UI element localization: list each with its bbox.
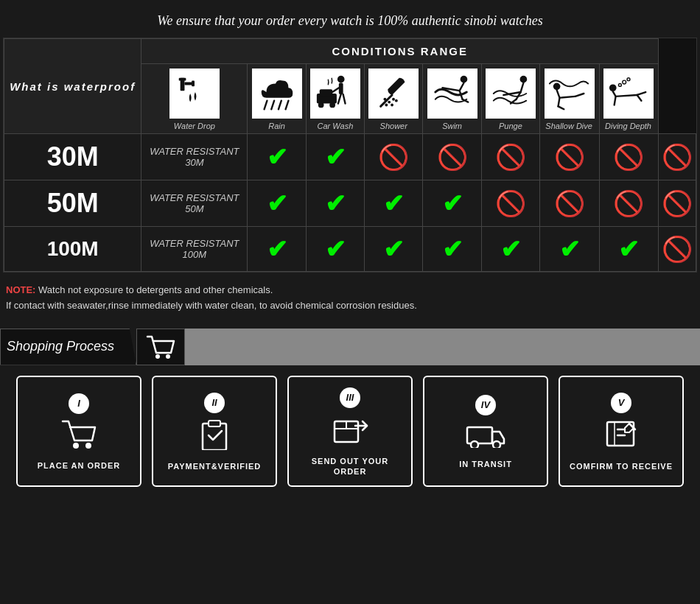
conditions-range-row: What is waterproof CONDITIONS RANGE [4,39,696,64]
svg-line-12 [343,94,346,104]
icon-diving-depth: Diving Depth [599,64,658,134]
shower-label: Shower [368,122,419,130]
step5-roman: V [611,393,631,413]
punge-label: Punge [485,122,536,130]
svg-line-5 [271,101,274,110]
step2-label: PAYMENT&VERIFIED [168,461,262,471]
icon-shallow-dive: Shallow Dive [540,64,599,134]
icon-punge: Punge [481,64,539,134]
shallow-dive-label: Shallow Dive [543,122,595,130]
step4-roman: IV [475,395,496,415]
diving-depth-label: Diving Depth [603,122,654,130]
svg-line-39 [615,96,616,105]
svg-line-10 [332,88,339,92]
step3-roman: III [340,387,360,408]
note-text: Watch not exposure to detergents and oth… [35,284,273,295]
svg-line-4 [264,101,267,110]
svg-point-23 [395,99,398,102]
step5-confirm-icon [603,418,640,457]
shopping-title-box: Shopping Process [0,329,136,365]
30m-shower: 🚫 [423,134,481,180]
svg-rect-14 [320,89,332,96]
svg-point-46 [85,443,91,449]
step1-cart-icon [61,418,97,456]
50m-car-wash: ✔ [365,180,423,227]
svg-point-41 [623,80,626,84]
level-100m: 100M [4,227,141,272]
svg-point-54 [471,441,478,448]
note-label: NOTE: [6,284,35,295]
50m-shallow-dive: 🚫 [599,180,658,227]
shopping-bar-divider [185,329,700,365]
desc-50m: WATER RESISTANT 50M [141,180,248,227]
step2-roman: II [204,393,225,413]
what-is-waterproof-cell: What is waterproof [4,39,141,134]
svg-rect-47 [203,424,226,450]
svg-point-18 [384,98,387,101]
step4-label: IN TRANSIT [459,459,512,469]
30m-swim: 🚫 [481,134,539,180]
30m-water-drop: ✔ [248,134,306,180]
50m-shower: ✔ [423,180,481,227]
svg-point-19 [388,101,391,104]
diving-depth-icon-box [603,69,654,119]
svg-point-20 [392,98,395,101]
step1-roman: I [69,393,89,414]
row-30m: 30M WATER RESISTANT 30M ✔ ✔ 🚫 🚫 🚫 🚫 🚫 🚫 [4,134,696,180]
level-30m: 30M [4,134,141,180]
note-section: NOTE: Watch not exposure to detergents a… [0,273,700,321]
water-drop-label: Water Drop [144,122,244,130]
rain-label: Rain [251,122,302,130]
water-drop-icon-box [169,69,220,119]
svg-line-25 [459,83,463,91]
step1-label: PLACE AN ORDER [38,460,121,471]
swim-label: Swim [426,122,477,130]
svg-point-22 [391,104,393,107]
svg-point-43 [155,354,160,359]
30m-punge: 🚫 [540,134,599,180]
waterproof-table: What is waterproof CONDITIONS RANGE [4,38,696,272]
step-send-out: III SEND OUT YOUR ORDER [287,376,413,488]
svg-point-32 [553,83,561,91]
50m-water-drop: ✔ [248,180,306,227]
swim-icon-box [427,69,477,119]
100m-punge: ✔ [540,227,599,272]
row-100m: 100M WATER RESISTANT 100M ✔ ✔ ✔ ✔ ✔ ✔ ✔ … [4,227,696,272]
punge-icon-box [486,69,536,119]
svg-point-44 [166,354,170,359]
level-50m: 50M [4,180,141,227]
svg-point-8 [337,76,345,83]
step5-label: COMFIRM TO RECEIVE [570,461,673,471]
svg-line-33 [575,94,584,96]
desc-30m: WATER RESISTANT 30M [141,134,248,180]
row-50m: 50M WATER RESISTANT 50M ✔ ✔ ✔ ✔ 🚫 🚫 🚫 🚫 [4,180,696,227]
svg-point-42 [627,78,630,81]
100m-water-drop: ✔ [248,227,306,272]
50m-punge: 🚫 [540,180,599,227]
svg-point-16 [329,102,335,108]
svg-line-11 [338,94,341,104]
icon-rain: Rain [248,64,306,134]
rain-icon-box [252,69,302,119]
icon-car-wash: Car Wash [306,64,364,134]
50m-rain: ✔ [306,180,364,227]
svg-rect-9 [339,83,343,94]
svg-rect-56 [607,422,634,446]
step-in-transit: IV IN TRANSIT [423,376,548,488]
icon-water-drop: Water Drop [141,64,248,134]
svg-rect-1 [179,78,186,81]
30m-car-wash: 🚫 [365,134,423,180]
100m-diving-depth: 🚫 [659,227,696,272]
tagline: We ensure that your order every watch is… [0,0,700,38]
step-payment: II PAYMENT&VERIFIED [152,376,277,488]
icon-shower: Shower [365,64,423,134]
svg-point-45 [73,443,79,449]
svg-point-24 [460,76,467,83]
svg-point-36 [609,84,617,91]
100m-swim: ✔ [481,227,539,272]
100m-car-wash: ✔ [365,227,423,272]
shallow-dive-icon-box [545,69,595,119]
car-wash-label: Car Wash [309,122,361,130]
100m-shallow-dive: ✔ [599,227,658,272]
shopping-process-label: Shopping Process [7,339,114,354]
